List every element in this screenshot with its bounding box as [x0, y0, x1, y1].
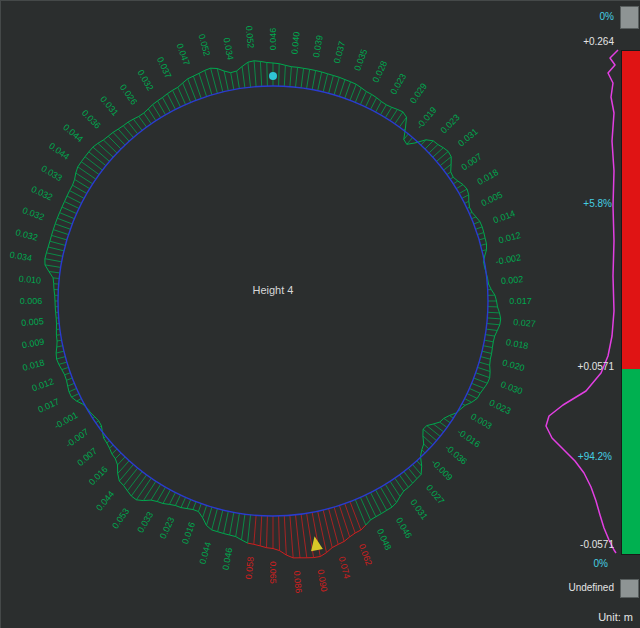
- deviation-value-label: 0.031: [98, 94, 120, 118]
- deviation-value-label: -0.009: [429, 457, 454, 482]
- distribution-curve: [546, 50, 618, 553]
- deviation-value-label: 0.046: [221, 547, 235, 571]
- deviation-value-label: 0.007: [460, 151, 484, 172]
- deviation-value-label: 0.018: [476, 167, 501, 187]
- deviation-value-label: 0.023: [488, 398, 513, 417]
- deviation-value-label: 0.009: [21, 336, 45, 350]
- deviation-value-label: 0.028: [371, 59, 390, 84]
- deviation-value-label: 0.065: [268, 561, 278, 584]
- deviation-value-label: 0.016: [180, 521, 197, 546]
- deviation-value-label: 0.005: [480, 190, 505, 209]
- deviation-value-label: 0.002: [500, 274, 523, 286]
- start-point-marker: [269, 72, 277, 80]
- deviation-value-label: 0.018: [505, 337, 529, 351]
- deviation-value-label: 0.012: [498, 230, 522, 245]
- deviation-value-label: 0.026: [118, 83, 139, 107]
- profile-name-label: Height 4: [173, 284, 373, 296]
- deviation-value-label: 0.052: [197, 33, 212, 57]
- deviation-value-label: 0.036: [80, 108, 103, 131]
- deviation-value-label: 0.035: [352, 48, 369, 73]
- deviation-value-label: 0.044: [47, 141, 71, 162]
- deviation-value-label: 0.044: [94, 489, 116, 513]
- deviation-value-label: 0.086: [292, 570, 304, 593]
- deviation-value-label: 0.034: [9, 250, 33, 264]
- deviation-value-label: 0.017: [36, 396, 61, 415]
- deviation-value-label: 0.031: [456, 126, 480, 148]
- deviation-value-label: 0.032: [21, 205, 46, 222]
- deviation-value-label: 0.029: [408, 81, 429, 105]
- deviation-value-label: 0.023: [388, 72, 408, 97]
- deviation-value-label: 0.090: [315, 569, 329, 593]
- deviation-value-labels: 0.0460.0400.0390.0370.0350.0280.0230.029…: [9, 25, 536, 593]
- deviation-value-label: 0.074: [337, 555, 352, 579]
- deviation-value-label: 0.020: [501, 358, 525, 373]
- deviation-value-label: 0.027: [424, 483, 446, 507]
- deviation-value-label: -0.019: [415, 105, 439, 131]
- deviation-value-label: 0.032: [15, 227, 39, 242]
- deviation-value-label: 0.044: [61, 122, 85, 144]
- deviation-value-label: 0.039: [311, 34, 325, 58]
- deviation-value-label: 0.010: [18, 274, 41, 286]
- deviation-value-label: 0.032: [30, 184, 55, 203]
- deviation-value-label: 0.003: [469, 411, 494, 431]
- polar-deviation-chart: 0.0460.0400.0390.0370.0350.0280.0230.029…: [1, 1, 640, 628]
- deviation-value-label: 0.053: [110, 506, 131, 530]
- deviation-value-label: 0.006: [20, 296, 43, 306]
- deviation-value-label: -0.007: [64, 427, 91, 450]
- deviation-value-label: 0.017: [509, 296, 532, 306]
- deviation-value-label: 0.033: [135, 510, 155, 535]
- deviation-value-label: 0.044: [198, 541, 213, 565]
- deviation-value-label: 0.033: [39, 163, 64, 183]
- deviation-value-label: -0.016: [455, 427, 482, 450]
- deviation-value-label: 0.027: [513, 317, 536, 329]
- deviation-value-label: 0.046: [268, 28, 278, 51]
- deviation-value-label: 0.034: [222, 37, 236, 61]
- deviation-value-label: 0.052: [244, 25, 256, 48]
- deviation-value-label: 0.018: [21, 357, 45, 372]
- deviation-value-label: 0.007: [75, 446, 99, 468]
- deviation-value-label: 0.031: [408, 497, 429, 521]
- deviation-value-label: 0.048: [375, 527, 394, 552]
- deviation-value-label: 0.047: [175, 42, 192, 67]
- deviation-value-label: 0.023: [439, 112, 462, 135]
- deviation-value-label: 0.023: [158, 516, 177, 541]
- deviation-value-label: 0.058: [244, 556, 256, 579]
- deviation-value-label: 0.040: [290, 31, 302, 54]
- deviation-value-label: 0.030: [499, 379, 524, 396]
- deviation-value-label: 0.032: [136, 68, 156, 93]
- deviation-value-label: 0.037: [332, 40, 347, 64]
- deviation-value-label: 0.062: [357, 542, 374, 567]
- deviation-value-label: 0.016: [87, 464, 110, 487]
- deviation-value-label: 0.012: [31, 376, 56, 393]
- deviation-value-label: -0.001: [52, 410, 79, 431]
- deviation-value-label: 0.037: [155, 55, 174, 80]
- deviation-value-label: 0.046: [394, 516, 414, 541]
- deviation-value-label: -0.002: [495, 252, 522, 266]
- deviation-value-label: 0.014: [492, 208, 517, 225]
- deviation-value-label: 0.005: [21, 316, 44, 328]
- tank-shell-deviation-view: 0.0460.0400.0390.0370.0350.0280.0230.029…: [0, 0, 640, 628]
- deviation-value-label: -0.036: [443, 443, 469, 467]
- markers: [269, 72, 323, 551]
